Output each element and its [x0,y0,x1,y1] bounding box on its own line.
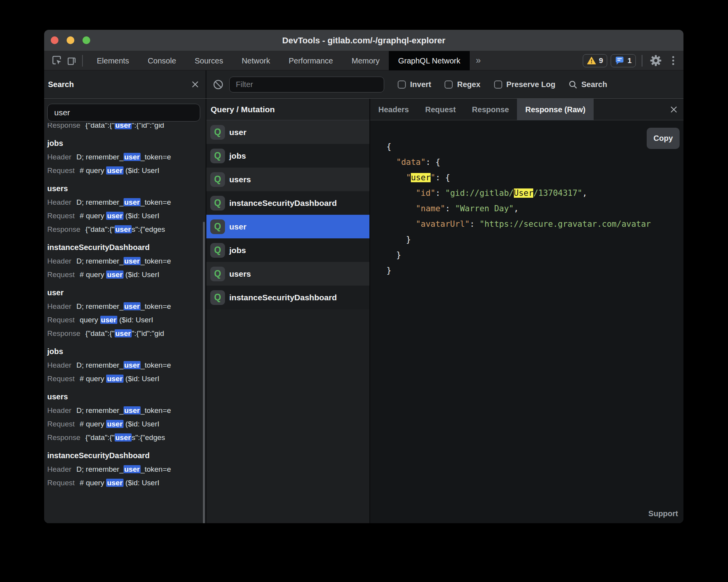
result-row-label: Header [47,153,71,161]
result-row[interactable]: Requestquery user ($id: UserI [47,313,203,327]
result-row[interactable]: Response{"data":{"users":{"edges [47,431,203,444]
query-list-item[interactable]: Qusers [206,168,369,191]
chat-bubble-icon [615,56,624,65]
tab-performance[interactable]: Performance [280,51,343,70]
query-icon: Q [210,125,225,140]
detail-tab-headers[interactable]: Headers [370,99,417,120]
result-row[interactable]: Request# query user ($id: UserI [47,164,203,177]
checkbox-group-regex[interactable]: Regex [445,80,480,89]
result-row[interactable]: HeaderD; remember_user_token=e [47,462,203,476]
response-raw-content: Copy { "data": { "user": { "id": "gid://… [370,120,683,523]
checkbox[interactable] [398,80,406,89]
result-group-title[interactable]: users [47,182,203,195]
query-list-item[interactable]: QinstanceSecurityDashboard [206,191,369,215]
window-title: DevTools - gitlab.com/-/graphql-explorer [44,30,683,51]
checkbox-label: Invert [410,80,431,89]
query-item-label: users [229,269,251,279]
detail-tab-response[interactable]: Response [464,99,517,120]
toolbar-separator [642,55,642,67]
result-group-title[interactable]: instanceSecurityDashboard [47,449,203,462]
match-highlight: user [411,173,431,182]
result-row[interactable]: Request# query user ($id: UserI [47,417,203,431]
devtools-tabbar: ElementsConsoleSourcesNetworkPerformance… [44,51,683,70]
result-row[interactable]: HeaderD; remember_user_token=e [47,254,203,268]
result-row[interactable]: HeaderD; remember_user_token=e [47,358,203,372]
support-link[interactable]: Support [648,509,678,518]
main-content: Response{"data":{"user":{"id":"gidjobsHe… [44,99,683,523]
detail-tab-request[interactable]: Request [417,99,464,120]
warnings-badge[interactable]: 9 [583,54,608,67]
close-detail-icon[interactable] [670,105,678,114]
match-highlight: user [124,257,141,265]
messages-badge[interactable]: 1 [611,54,636,67]
result-group-title[interactable]: jobs [47,137,203,150]
query-list-item[interactable]: Qjobs [206,144,369,168]
result-row[interactable]: Request# query user ($id: UserI [47,372,203,385]
query-icon: Q [210,290,225,305]
result-row[interactable]: Request# query user ($id: UserI [47,209,203,223]
copy-button[interactable]: Copy [647,128,680,149]
query-list-item[interactable]: QinstanceSecurityDashboard [206,286,369,309]
detail-tab-response-raw-[interactable]: Response (Raw) [517,99,594,120]
result-row-label: Request [47,420,75,428]
tab-network[interactable]: Network [232,51,279,70]
result-row-label: Header [47,361,71,369]
query-list-item[interactable]: Quser [206,120,369,144]
result-row-label: Header [47,465,71,473]
result-row[interactable]: Response{"data":{"user":{"id":"gid [47,327,203,340]
query-item-label: instanceSecurityDashboard [229,199,337,208]
tabbar-right-controls: 9 1 [579,53,683,68]
toolbar-checkboxes: InvertRegexPreserve Log [384,80,555,89]
search-results-panel: Response{"data":{"user":{"id":"gidjobsHe… [44,99,206,523]
query-list-item[interactable]: Quser [206,215,369,238]
checkbox[interactable] [445,80,453,89]
query-list-item[interactable]: Qjobs [206,238,369,262]
checkbox[interactable] [494,80,502,89]
result-group-title[interactable]: users [47,390,203,404]
tab-elements[interactable]: Elements [88,51,138,70]
clear-requests-icon[interactable] [213,79,224,90]
result-row[interactable]: Request# query user ($id: UserI [47,476,203,490]
result-row[interactable]: HeaderD; remember_user_token=e [47,150,203,164]
query-icon: Q [210,172,225,187]
warning-icon [587,56,596,65]
toolbar-search-button[interactable]: Search [568,80,607,89]
search-input[interactable] [47,104,200,122]
zoom-window-button[interactable] [82,36,90,44]
settings-gear-icon[interactable] [648,53,663,68]
device-toolbar-icon[interactable] [64,53,79,68]
match-highlight: user [124,302,141,310]
filter-input[interactable] [229,77,384,92]
close-window-button[interactable] [51,36,58,44]
minimize-window-button[interactable] [67,36,74,44]
query-list-item[interactable]: Qusers [206,262,369,286]
result-row[interactable]: Response{"data":{"users":{"edges [47,223,203,236]
result-row-label: Response [47,433,81,442]
match-highlight: user [115,329,132,337]
result-group-title[interactable]: user [47,286,203,300]
tab-sources[interactable]: Sources [185,51,232,70]
tab-console[interactable]: Console [138,51,185,70]
toolbar-search-label: Search [581,80,607,89]
tab-graphql-network[interactable]: GraphQL Network [389,51,469,70]
scrollbar-thumb[interactable] [203,222,205,523]
more-tabs-chevron[interactable]: » [470,55,487,66]
checkbox-group-invert[interactable]: Invert [398,80,431,89]
result-row[interactable]: Request# query user ($id: UserI [47,268,203,281]
match-highlight: user [106,479,123,487]
result-row[interactable]: Response{"data":{"user":{"id":"gid [47,123,203,132]
checkbox-label: Preserve Log [507,80,556,89]
close-search-panel-icon[interactable] [191,80,199,89]
inspect-element-icon[interactable] [50,53,64,68]
result-group-title[interactable]: instanceSecurityDashboard [47,241,203,254]
query-item-label: jobs [229,151,246,161]
search-icon [568,80,578,89]
checkbox-group-preserve-log[interactable]: Preserve Log [494,80,556,89]
tab-memory[interactable]: Memory [342,51,389,70]
result-group-title[interactable]: jobs [47,345,203,358]
result-row[interactable]: HeaderD; remember_user_token=e [47,404,203,417]
result-row[interactable]: HeaderD; remember_user_token=e [47,195,203,209]
kebab-menu-icon[interactable] [668,56,678,65]
result-row[interactable]: HeaderD; remember_user_token=e [47,300,203,313]
match-highlight: user [124,198,141,206]
